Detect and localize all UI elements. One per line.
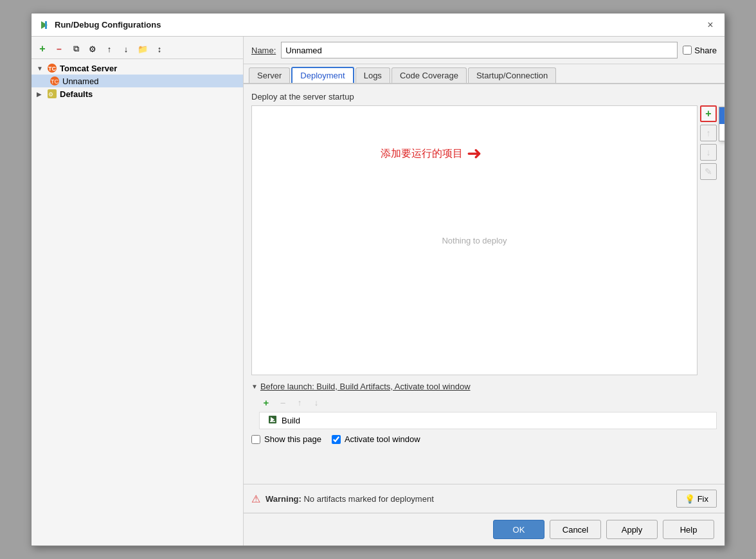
tab-startup[interactable]: Startup/Connection <box>468 67 556 83</box>
tabs-bar: Server Deployment Logs Code Coverage Sta… <box>244 64 724 84</box>
before-launch-title[interactable]: Before launch: Build, Build Artifacts, A… <box>260 382 471 391</box>
warning-bar: ⚠ Warning: No artifacts marked for deplo… <box>244 484 724 513</box>
move-up-deploy-button[interactable]: ↑ <box>700 125 717 141</box>
defaults-label: Defaults <box>60 89 93 99</box>
move-up-config-button[interactable]: ↑ <box>102 42 116 56</box>
bottom-bar: OK Cancel Apply Help <box>244 513 724 546</box>
copy-config-button[interactable]: ⧉ <box>69 42 83 56</box>
unnamed-label: Unnamed <box>62 76 98 86</box>
show-page-checkbox[interactable] <box>251 435 260 444</box>
activate-tool-window-checkbox[interactable] <box>332 435 341 444</box>
apply-button[interactable]: Apply <box>606 520 658 539</box>
close-button[interactable]: × <box>704 19 717 31</box>
help-button[interactable]: Help <box>663 520 714 539</box>
dropdown-external-source-item[interactable]: ES External Source... <box>719 124 724 141</box>
edit-deploy-button[interactable]: ✎ <box>700 163 717 180</box>
warning-icon: ⚠ <box>251 493 260 505</box>
defaults-icon: ⚙ <box>47 89 57 99</box>
add-before-launch-button[interactable]: + <box>259 395 273 409</box>
tree-arrow-tomcat: ▼ <box>37 65 44 72</box>
remove-before-launch-button[interactable]: – <box>276 395 290 409</box>
before-launch-section: ▼ Before launch: Build, Build Artifacts,… <box>251 382 717 449</box>
move-down-config-button[interactable]: ↓ <box>119 42 133 56</box>
add-deploy-button[interactable]: + A Artifa <box>700 105 717 122</box>
tomcat-server-label: Tomcat Server <box>60 64 117 73</box>
annotation-overlay: 添加要运行的项目 ➜ <box>381 145 482 163</box>
build-item: Build <box>259 412 717 429</box>
svg-text:TC: TC <box>51 78 59 85</box>
share-checkbox[interactable] <box>683 46 692 55</box>
cancel-button[interactable]: Cancel <box>550 520 601 539</box>
dropdown-artifact-item[interactable]: A Artifact... <box>719 107 724 124</box>
build-icon <box>267 414 278 427</box>
dialog-title: Run/Debug Configurations <box>55 20 161 30</box>
tab-server[interactable]: Server <box>249 67 290 83</box>
artifact-dropdown-menu: A Artifact... ES <box>719 107 724 141</box>
name-input[interactable] <box>281 42 678 58</box>
svg-text:⚙: ⚙ <box>48 91 53 98</box>
tree-item-unnamed[interactable]: TC Unnamed <box>32 75 243 87</box>
annotation-text: 添加要运行的项目 <box>381 147 463 161</box>
show-page-checkbox-item: Show this page <box>251 434 321 444</box>
deploy-area: Nothing to deploy 添加要运行的项目 ➜ <box>251 105 698 375</box>
nothing-to-deploy-label: Nothing to deploy <box>442 236 507 245</box>
build-label: Build <box>282 416 300 425</box>
fix-button[interactable]: 💡 Fix <box>676 490 717 508</box>
run-debug-icon <box>39 20 50 30</box>
svg-text:TC: TC <box>48 66 56 72</box>
warning-text: Warning: No artifacts marked for deploym… <box>266 494 671 504</box>
tree-item-tomcat-group[interactable]: ▼ TC Tomcat Server <box>32 62 243 75</box>
warning-bold: Warning: <box>266 494 302 504</box>
move-up-before-launch-button[interactable]: ↑ <box>292 395 307 409</box>
move-down-before-launch-button[interactable]: ↓ <box>309 395 323 409</box>
svg-rect-1 <box>45 21 47 29</box>
folder-config-button[interactable]: 📁 <box>136 42 150 56</box>
activate-tool-window-checkbox-item: Activate tool window <box>332 434 420 444</box>
deployment-tab-content: Deploy at the server startup Nothing to … <box>244 84 724 484</box>
ok-button[interactable]: OK <box>493 520 544 539</box>
activate-label: Activate tool window <box>345 434 420 444</box>
name-field-label: Name: <box>251 46 276 55</box>
settings-config-button[interactable]: ⚙ <box>86 42 100 56</box>
tab-logs[interactable]: Logs <box>356 67 390 83</box>
before-launch-collapse-arrow[interactable]: ▼ <box>251 383 258 390</box>
warning-message: No artifacts marked for deployment <box>303 494 433 504</box>
show-page-label: Show this page <box>264 434 321 444</box>
tab-deployment[interactable]: Deployment <box>291 67 354 83</box>
fix-label: Fix <box>698 494 708 504</box>
annotation-arrow: ➜ <box>467 145 482 163</box>
remove-config-button[interactable]: – <box>52 42 66 56</box>
tomcat-icon: TC <box>47 63 57 73</box>
tab-code-coverage[interactable]: Code Coverage <box>392 67 467 83</box>
move-down-deploy-button[interactable]: ↓ <box>700 144 717 161</box>
tree-item-defaults[interactable]: ▶ ⚙ Defaults <box>32 87 243 100</box>
unnamed-config-icon: TC <box>50 76 60 86</box>
tree-arrow-defaults: ▶ <box>37 91 44 98</box>
share-label: Share <box>694 46 717 55</box>
fix-icon: 💡 <box>685 494 695 504</box>
deploy-section-label: Deploy at the server startup <box>251 92 717 102</box>
sort-config-button[interactable]: ↕ <box>152 42 166 56</box>
add-config-button[interactable]: + <box>35 42 50 56</box>
